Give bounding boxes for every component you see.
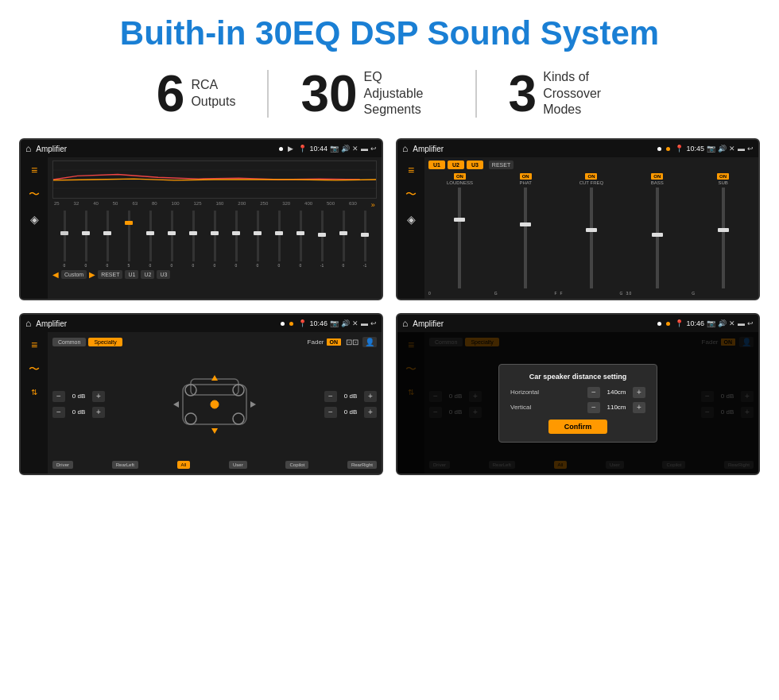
back-icon-2[interactable]: ↩ [747,145,754,153]
cross-on-cutfreq: ON [585,173,597,180]
cross-u2-btn[interactable]: U2 [448,160,464,169]
fader-plus-2[interactable]: + [92,407,105,418]
dialog-vertical-input: − 110cm + [587,402,645,413]
screen-dialog: ⌂ Amplifier 📍 10:46 📷 🔊 ✕ ▬ ↩ ≡ 〜 ⇅ [396,313,760,475]
fader-plus-3[interactable]: + [364,391,377,402]
dialog-vertical-minus[interactable]: − [587,402,600,413]
screen-crossover: ⌂ Amplifier 📍 10:45 📷 🔊 ✕ ▬ ↩ ≡ 〜 ◈ [396,138,760,300]
cross-slider-sub[interactable] [722,188,725,288]
eq-slider-6[interactable]: 0 [161,211,182,268]
cross-slider-bass[interactable] [656,188,659,288]
cross-u1-btn[interactable]: U1 [428,160,445,169]
eq-arrows-right[interactable]: » [371,201,375,209]
speaker-icon-2[interactable]: ◈ [407,213,416,226]
eq-slider-4[interactable]: 5 [118,211,139,268]
play-icon-1[interactable]: ▶ [288,145,293,153]
eq-slider-15[interactable]: -1 [355,211,375,268]
eq-next-btn[interactable]: ▶ [89,270,95,279]
fader-user-btn[interactable]: User [229,461,247,469]
wave-icon-1[interactable]: 〜 [29,188,40,202]
cross-u3-btn[interactable]: U3 [467,160,483,169]
battery-icon-4: ▬ [738,319,745,327]
eq-slider-1[interactable]: 0 [54,211,75,268]
eq-slider-9[interactable]: 0 [226,211,246,268]
record-dot-1 [279,147,283,151]
wave-icon-3[interactable]: 〜 [29,362,40,377]
eq-slider-10[interactable]: 0 [247,211,268,268]
fader-minus-1[interactable]: − [52,391,65,402]
fader-minus-3[interactable]: − [324,391,337,402]
fader-rearleft-btn[interactable]: RearLeft [112,461,138,469]
back-icon-3[interactable]: ↩ [370,319,377,327]
home-icon-3[interactable]: ⌂ [25,318,31,329]
eq-custom-btn[interactable]: Custom [61,270,87,279]
eq-u3-btn[interactable]: U3 [157,270,170,279]
app-title-1: Amplifier [36,145,274,153]
back-icon-1[interactable]: ↩ [370,145,377,153]
fader-all-btn[interactable]: All [177,461,191,469]
fader-right-vols: − 0 dB + − 0 dB + [324,391,377,418]
volume-icon-3: 🔊 [341,319,350,327]
cross-slider-phat[interactable] [524,188,527,288]
dialog-confirm-btn[interactable]: Confirm [548,420,608,434]
wave-icon-2[interactable]: 〜 [405,188,417,202]
eq-slider-12[interactable]: 0 [290,211,311,268]
x-icon-4: ✕ [729,319,735,327]
eq-prev-btn[interactable]: ◀ [52,270,59,279]
cross-ch-loudness: ON LOUDNESS 0 [428,173,491,296]
eq-u2-btn[interactable]: U2 [141,270,154,279]
eq-slider-3[interactable]: 0 [97,211,118,268]
eq-slider-5[interactable]: 0 [140,211,161,268]
home-icon-4[interactable]: ⌂ [402,318,408,329]
back-icon-4[interactable]: ↩ [747,319,754,327]
location-icon-4: 📍 [675,319,684,327]
eq-bottom-bar: ◀ Custom ▶ RESET U1 U2 U3 [52,270,377,279]
time-1: 10:44 [309,145,327,153]
cross-label-cutfreq: CUT FREQ [579,180,604,185]
eq-icon-3[interactable]: ≡ [31,338,37,351]
time-4: 10:46 [686,319,704,327]
fader-specialty-btn[interactable]: Specialty [88,338,122,346]
app-title-4: Amplifier [413,319,653,328]
fader-plus-1[interactable]: + [92,391,105,402]
fader-minus-4[interactable]: − [324,407,337,418]
arrows-icon-3[interactable]: ⇅ [31,388,37,396]
time-3: 10:46 [309,319,327,327]
cross-slider-loudness[interactable] [458,188,461,288]
dialog-vertical-plus[interactable]: + [633,402,645,413]
eq-icon-1[interactable]: ≡ [31,164,37,176]
screen-content-1: ≡ 〜 ◈ [21,157,382,299]
cross-ch-cutfreq: ON CUT FREQ FG [560,173,623,296]
speaker-icon-1[interactable]: ◈ [30,213,39,226]
fader-copilot-btn[interactable]: Copilot [285,461,308,469]
screen-content-3: ≡ 〜 ⇅ Common Specialty Fader ON ⊡⊡ 👤 [21,332,382,474]
screen-fader: ⌂ Amplifier 📍 10:46 📷 🔊 ✕ ▬ ↩ ≡ 〜 ⇅ [19,313,383,475]
fader-driver-btn[interactable]: Driver [52,461,73,469]
app-title-3: Amplifier [36,319,276,328]
eq-slider-8[interactable]: 0 [204,211,225,268]
side-icons-2: ≡ 〜 ◈ [397,157,424,299]
eq-slider-7[interactable]: 0 [183,211,203,268]
cross-slider-cutfreq[interactable] [590,188,593,288]
eq-slider-2[interactable]: 0 [76,211,96,268]
fader-common-btn[interactable]: Common [52,338,86,346]
x-icon-3: ✕ [352,319,358,327]
dialog-horizontal-minus[interactable]: − [587,387,600,398]
eq-u1-btn[interactable]: U1 [125,270,138,279]
svg-marker-10 [211,375,218,381]
eq-slider-13[interactable]: -1 [312,211,332,268]
home-icon-2[interactable]: ⌂ [402,143,408,154]
eq-icon-2[interactable]: ≡ [408,164,414,176]
eq-slider-14[interactable]: 0 [333,211,354,268]
fader-rearright-btn[interactable]: RearRight [347,461,377,469]
cross-reset-btn[interactable]: RESET [489,160,514,169]
eq-slider-11[interactable]: 0 [269,211,289,268]
fader-minus-2[interactable]: − [52,407,65,418]
dialog-overlay: Car speaker distance setting Horizontal … [397,332,758,474]
eq-reset-btn[interactable]: RESET [98,270,122,279]
home-icon-1[interactable]: ⌂ [25,143,31,154]
fader-plus-4[interactable]: + [364,407,377,418]
fader-val-3: 0 dB [339,393,362,400]
fader-vol-row-4: − 0 dB + [324,407,377,418]
dialog-horizontal-plus[interactable]: + [633,387,645,398]
